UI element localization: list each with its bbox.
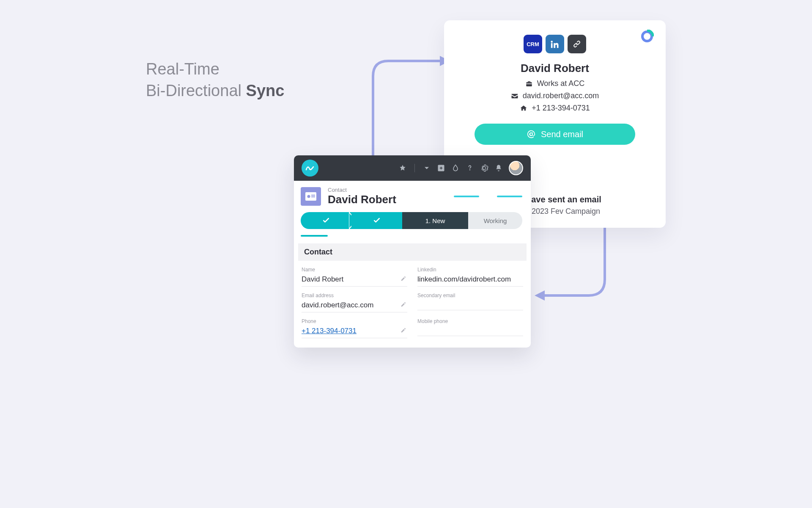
stage-bar: 1. New Working [294,211,531,235]
svg-rect-7 [311,195,315,196]
bell-icon[interactable] [494,164,503,172]
badge-row: CRM [461,35,649,53]
record-type-label: Contact [328,187,396,193]
pencil-icon [401,327,406,333]
contact-chip-icon [301,187,321,206]
header-dashes [454,196,522,197]
field-linkedin: Linkedin linkedin.com/davidrobert.com [417,267,523,287]
headline-line2: Bi-Directional Sync [146,80,284,102]
headline-line1: Real-Time [146,58,284,80]
crm-detail-card: Contact David Robert 1. New Work [294,155,531,348]
email-value: david.robert@acc.com [523,91,599,100]
gear-icon[interactable] [480,164,488,172]
linkedin-icon [550,39,560,49]
sync-arrow-down-icon [533,224,617,305]
link-badge[interactable] [568,35,586,53]
home-icon [520,105,527,112]
svg-point-4 [469,169,470,170]
crm-badge[interactable]: CRM [524,35,542,53]
contact-name: David Robert [461,62,649,75]
chevron-down-icon[interactable] [422,164,431,172]
headline: Real-Time Bi-Directional Sync [146,58,284,102]
brand-ring-icon [640,30,654,43]
svg-point-2 [642,32,652,41]
stage-step-1[interactable] [301,212,351,229]
envelope-icon [511,92,518,100]
help-icon[interactable] [466,164,474,172]
sync-arrow-up-icon [363,51,452,161]
stage-step-new[interactable]: 1. New [402,212,468,229]
works-at-row: Works at ACC [525,79,585,88]
phone-row: +1 213-394-0731 [520,104,590,113]
svg-point-6 [307,195,310,198]
check-icon [373,216,381,225]
contact-info: Works at ACC david.robert@acc.com +1 213… [461,79,649,113]
svg-rect-8 [311,196,315,197]
link-icon [572,39,582,49]
pencil-icon [401,275,406,281]
briefcase-icon [525,80,533,88]
stage-step-2[interactable] [351,212,402,229]
field-phone: Phone +1 213-394-0731 [302,318,407,338]
record-header: Contact David Robert [294,181,531,211]
toolbar-divider [414,164,415,172]
droplet-icon[interactable] [451,164,460,172]
canvas: Real-Time Bi-Directional Sync CRM David … [102,0,710,381]
stage-step-working[interactable]: Working [468,212,522,229]
field-mobile: Mobile phone [417,318,523,338]
linkedin-badge[interactable] [546,35,564,53]
send-email-button[interactable]: Send email [475,124,635,145]
svg-marker-1 [535,290,545,301]
star-icon[interactable] [398,164,407,172]
user-avatar[interactable] [509,161,523,175]
field-name: Name David Robert [302,267,407,287]
field-grid: Name David Robert Linkedin linkedin.com/… [294,261,531,348]
field-secondary-email: Secondary email [417,293,523,312]
send-email-label: Send email [541,130,583,139]
at-icon [527,130,536,139]
titlebar [294,155,531,181]
field-email: Email address david.robert@acc.com [302,293,407,312]
plus-icon[interactable] [437,164,445,172]
check-icon [322,216,330,225]
pencil-icon [401,301,406,307]
record-name: David Robert [328,193,396,206]
tab-strip [294,235,531,237]
app-logo-icon [302,160,318,177]
active-tab-indicator [301,235,328,237]
phone-value: +1 213-394-0731 [532,104,590,113]
email-row: david.robert@acc.com [511,91,599,100]
section-heading: Contact [298,243,527,261]
